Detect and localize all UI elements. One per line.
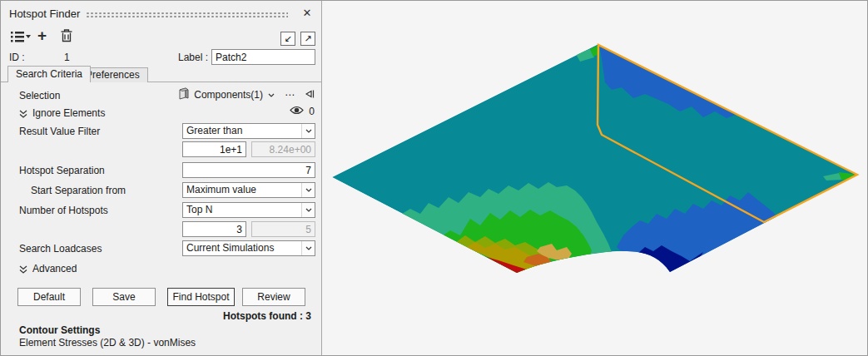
start-separation-from-label: Start Separation from	[31, 185, 126, 196]
result-filter-operator-value: Greater than	[186, 125, 242, 136]
threshold-value-input[interactable]	[182, 141, 246, 157]
add-patch-icon[interactable]: +	[37, 27, 47, 45]
contour-result-type: Element Stresses (2D & 3D) - vonMises	[19, 337, 196, 349]
hotspot-finder-window: Hotspot Finder ✕ + ↙ ↗ ID : 1 Label	[0, 0, 868, 356]
tab-search-criteria[interactable]: Search Criteria	[7, 66, 91, 82]
result-filter-operator-select[interactable]: Greater than	[182, 123, 315, 139]
hotspots-found-value: 3	[305, 310, 311, 322]
review-button[interactable]: Review	[242, 288, 305, 306]
delete-trash-icon[interactable]	[61, 29, 72, 45]
component-cube-icon	[178, 87, 189, 102]
selection-collector-label: Components(1)	[194, 89, 263, 101]
ignore-expander-chevrons-icon[interactable]	[19, 109, 27, 121]
collapse-arrow-icon: ↙	[284, 33, 291, 43]
patch-label-input[interactable]	[211, 49, 315, 65]
hotspots-found-status: Hotspots found : 3	[223, 310, 311, 322]
search-loadcases-value: Current Simulations	[186, 242, 274, 254]
hotspot-separation-label: Hotspot Separation	[19, 165, 105, 176]
dock-collapse-button[interactable]: ↙	[280, 32, 295, 46]
eye-visibility-icon[interactable]	[290, 106, 304, 117]
top-n-count-input[interactable]	[182, 221, 246, 237]
search-loadcases-select[interactable]: Current Simulations	[182, 240, 315, 256]
ignore-elements-controls: 0	[290, 106, 315, 117]
close-icon[interactable]: ✕	[298, 5, 316, 22]
id-value: 1	[64, 52, 70, 63]
hotspot-finder-panel: Hotspot Finder ✕ + ↙ ↗ ID : 1 Label	[1, 1, 322, 355]
reset-selection-icon[interactable]	[305, 89, 315, 101]
expand-arrow-icon: ↗	[304, 33, 311, 43]
hotspots-mode-value: Top N	[186, 204, 212, 215]
contour-model-canvas[interactable]	[322, 1, 868, 356]
advanced-expander-chevrons-icon[interactable]	[19, 265, 27, 276]
ignore-elements-label: Ignore Elements	[32, 107, 105, 119]
combo-arrow-icon	[301, 241, 315, 255]
search-loadcases-label: Search Loadcases	[19, 243, 102, 255]
undock-expand-button[interactable]: ↗	[300, 32, 315, 46]
patch-label-caption: Label :	[178, 52, 208, 63]
top-n-limit-readout	[251, 221, 315, 237]
selection-label: Selection	[19, 90, 60, 101]
chevron-down-icon	[268, 93, 275, 97]
combo-arrow-icon	[301, 183, 315, 197]
drag-grip[interactable]	[86, 12, 288, 18]
id-label: ID :	[9, 52, 25, 63]
panel-title: Hotspot Finder	[9, 7, 80, 20]
contour-settings-title: Contour Settings	[19, 324, 100, 336]
advanced-label: Advanced	[32, 263, 77, 274]
hotspots-found-label: Hotspots found :	[223, 310, 303, 322]
save-button[interactable]: Save	[92, 288, 156, 306]
hotspot-separation-input[interactable]	[182, 162, 315, 178]
combo-arrow-icon	[301, 203, 315, 217]
result-value-filter-label: Result Value Filter	[19, 126, 100, 137]
patch-list-dropdown-icon[interactable]	[11, 31, 31, 45]
more-options-icon[interactable]: ⋯	[285, 89, 295, 101]
combo-arrow-icon	[301, 124, 315, 138]
selection-collector[interactable]: Components(1) ⋯	[178, 87, 315, 102]
graphics-viewport[interactable]	[322, 1, 868, 355]
current-max-value-readout	[251, 141, 315, 157]
start-separation-select[interactable]: Maximum value	[182, 182, 315, 198]
start-separation-value: Maximum value	[186, 184, 256, 195]
default-button[interactable]: Default	[17, 288, 81, 306]
number-of-hotspots-label: Number of Hotspots	[19, 205, 108, 216]
ignore-elements-count: 0	[309, 106, 315, 117]
find-hotspot-button[interactable]: Find Hotspot	[167, 288, 235, 306]
hotspots-mode-select[interactable]: Top N	[182, 202, 315, 218]
